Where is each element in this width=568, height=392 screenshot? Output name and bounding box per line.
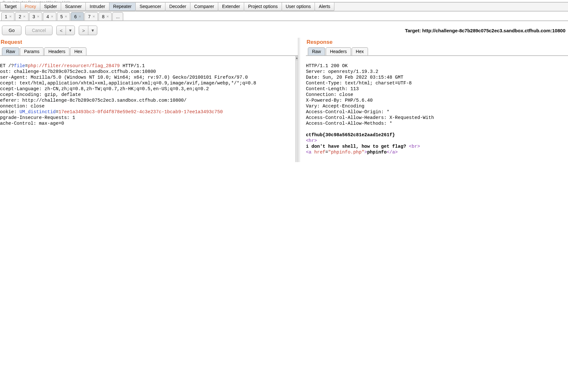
close-icon[interactable]: × [23,14,26,19]
scrollbar[interactable]: ▴ [295,56,298,162]
response-pane: Response RawHeadersHex HTTP/1.1 200 OK S… [300,38,568,162]
next-button[interactable]: > ▾ [79,26,97,35]
req-header: pgrade-Insecure-Requests: 1 [0,115,75,120]
numtab-1[interactable]: 1× [1,12,14,20]
resp-body-tag: < [409,144,412,149]
req-header: ccept: text/html,application/xhtml+xml,a… [0,81,256,86]
resp-status: HTTP/1.1 200 OK [306,63,348,68]
chevron-right-icon: > [79,26,88,35]
close-icon[interactable]: × [79,14,81,19]
cancel-button[interactable]: Cancel [25,26,53,35]
numtab-label: 2 [19,14,21,19]
close-icon[interactable]: × [92,14,95,19]
req-header: ost: challenge-8c7b289c075c2ec3.sandbox.… [0,69,156,74]
resp-body-tag: a [309,150,314,155]
tooltab-extender[interactable]: Extender [218,3,244,11]
request-tab-raw[interactable]: Raw [2,47,19,55]
numtab-7[interactable]: 7× [84,12,98,20]
resp-header: Content-Type: text/html; charset=UTF-8 [306,81,412,86]
response-tab-hex[interactable]: Hex [352,47,368,55]
numtab-label: 5 [60,14,63,19]
request-number-tabs: 1×2×3×4×5×6×7×8×... [0,12,568,21]
tooltab-comparer[interactable]: Comparer [190,3,218,11]
tooltab-proxy[interactable]: Proxy [20,3,40,11]
cookie-eq: = [56,109,59,114]
req-header: ache-Control: max-age=0 [0,121,64,126]
tooltab-user-options[interactable]: User options [282,3,315,11]
tooltab-decoder[interactable]: Decoder [165,3,190,11]
resp-header: Server: openresty/1.19.3.2 [306,69,378,74]
tooltab-intruder[interactable]: Intruder [85,3,109,11]
resp-body-attrval: "phpinfo.php" [328,150,364,155]
target-label: Target: http://challenge-8c7b289c075c2ec… [405,28,565,33]
resp-body-tag: /a [389,150,395,155]
prev-button[interactable]: < ▾ [56,26,75,35]
scroll-up-icon: ▴ [296,56,298,60]
resp-header: Connection: close [306,92,353,97]
request-tab-params[interactable]: Params [20,47,44,55]
request-title: Request [0,38,298,47]
resp-header: Access-Control-Allow-Methods: * [306,121,392,126]
req-header: ccept-Encoding: gzip, deflate [0,92,81,97]
request-line: ET /? [0,63,14,68]
close-icon[interactable]: × [107,14,109,19]
numtab-5[interactable]: 5× [57,12,70,20]
tooltab-spider[interactable]: Spider [40,3,61,11]
req-header: ser-Agent: Mozilla/5.0 (Windows NT 10.0;… [0,75,248,80]
numtab-6[interactable]: 6× [71,12,84,20]
resp-flag: ctfhub{30c98a5652c81e2aad1e261f} [306,132,395,137]
response-title: Response [306,38,568,47]
response-raw[interactable]: HTTP/1.1 200 OK Server: openresty/1.19.3… [306,56,568,162]
tooltab-target[interactable]: Target [0,3,21,11]
tooltab-sequencer[interactable]: Sequencer [135,3,165,11]
resp-body-tag: > [395,150,398,155]
numtab-overflow[interactable]: ... [112,12,123,20]
tool-tabs: TargetProxySpiderScannerIntruderRepeater… [0,2,568,12]
resp-header: Access-Control-Allow-Origin: * [306,109,389,114]
req-header: ccept-Language: zh-CN,zh;q=0.8,zh-TW;q=0… [0,86,209,91]
req-param-name: file [14,63,25,68]
numtab-8[interactable]: 8× [99,12,112,20]
resp-body-tag: br [412,144,417,149]
dropdown-icon: ▾ [66,26,75,35]
chevron-left-icon: < [57,26,66,35]
numtab-label: 6 [74,14,77,19]
tooltab-project-options[interactable]: Project options [244,3,282,11]
dropdown-icon: ▾ [88,26,97,35]
numtab-3[interactable]: 3× [29,12,42,20]
resp-body-text: i don't have shell, how to get flag? [306,144,409,149]
tooltab-alerts[interactable]: Alerts [315,3,334,11]
resp-body-eq: = [325,150,328,155]
close-icon[interactable]: × [37,14,40,19]
resp-body-tag: < [306,150,309,155]
resp-header: Vary: Accept-Encoding [306,104,364,109]
tooltab-repeater[interactable]: Repeater [109,3,136,11]
numtab-4[interactable]: 4× [43,12,56,20]
resp-body-tag: < [387,150,389,155]
response-tab-headers[interactable]: Headers [326,47,351,55]
response-tab-raw[interactable]: Raw [308,47,325,55]
close-icon[interactable]: × [9,14,12,19]
req-header: onnection: close [0,104,44,109]
close-icon[interactable]: × [65,14,67,19]
req-param-value: php://filter/resource=/flag_28479 [28,63,120,68]
close-icon[interactable]: × [51,14,53,19]
resp-header: Content-Length: 113 [306,86,359,91]
split-pane: Request RawParamsHeadersHex ET /?file=ph… [0,38,568,162]
request-pane: Request RawParamsHeadersHex ET /?file=ph… [0,38,298,162]
resp-header: X-Powered-By: PHP/5.6.40 [306,98,373,103]
request-raw[interactable]: ET /?file=php://filter/resource=/flag_28… [0,56,295,162]
action-bar: Go Cancel < ▾ > ▾ Target: http://challen… [0,21,568,38]
numtab-label: 7 [88,14,91,19]
numtab-label: 3 [33,14,35,19]
resp-body-attr: href [314,150,325,155]
req-header: eferer: http://challenge-8c7b289c075c2ec… [0,98,187,103]
numtab-2[interactable]: 2× [15,12,28,20]
request-tab-headers[interactable]: Headers [44,47,69,55]
tooltab-scanner[interactable]: Scanner [61,3,86,11]
req-header: ookie: [0,109,20,114]
go-button[interactable]: Go [2,26,21,35]
request-tab-hex[interactable]: Hex [70,47,86,55]
numtab-label: 8 [102,14,105,19]
numtab-label: 1 [5,14,7,19]
